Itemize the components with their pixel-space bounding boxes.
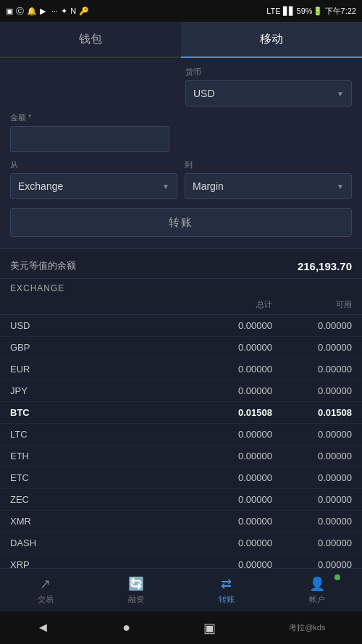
table-body: USD 0.00000 0.00000 GBP 0.00000 0.00000 …	[0, 315, 362, 576]
balance-label: 美元等值的余额	[10, 259, 76, 272]
amount-group: 金额 *	[10, 112, 169, 152]
table-row[interactable]: XMR 0.00000 0.00000	[0, 511, 362, 532]
table-row[interactable]: ETC 0.00000 0.00000	[0, 467, 362, 489]
currency-arrow-icon: ▼	[337, 90, 344, 98]
nav-trade-label: 交易	[38, 594, 54, 605]
cell-name: JPY	[10, 385, 185, 396]
table-row[interactable]: DASH 0.00000 0.00000	[0, 532, 362, 554]
cell-name: XMR	[10, 516, 185, 527]
fund-icon: 🔄	[128, 576, 144, 592]
sys-recent-button[interactable]: ▣	[203, 620, 216, 636]
currency-row: 货币 USD ▼	[10, 67, 352, 106]
to-group: 到 Margin ▼	[185, 159, 352, 199]
from-dropdown[interactable]: Exchange ▼	[10, 173, 177, 199]
signal-bars: ▋▋	[283, 7, 295, 16]
cell-total: 0.00000	[185, 385, 272, 396]
amount-input[interactable]	[10, 126, 169, 152]
cell-name: GBP	[10, 342, 185, 353]
cell-total: 0.00000	[185, 516, 272, 527]
to-dropdown[interactable]: Margin ▼	[185, 173, 352, 199]
col-header-total: 总计	[185, 299, 272, 310]
status-bar: ▣ Ⓒ 🔔 ▶ ··· ✦ N 🔑 LTE ▋▋ 59%🔋 下午7:22	[0, 0, 362, 22]
currency-dropdown[interactable]: USD ▼	[185, 80, 352, 106]
balance-section: 美元等值的余额 216,193.70	[0, 249, 362, 279]
tab-transfer[interactable]: 移动	[181, 22, 362, 58]
table-header: 总计 可用	[0, 295, 362, 315]
icon-square: ▣	[6, 7, 13, 16]
cell-available: 0.00000	[272, 385, 352, 396]
table-row[interactable]: EUR 0.00000 0.00000	[0, 359, 362, 380]
cell-name: ETC	[10, 472, 185, 483]
icon-c: Ⓒ	[16, 6, 24, 17]
cell-available: 0.00000	[272, 364, 352, 375]
nav-transfer-label: 转账	[219, 594, 235, 605]
top-tabs: 钱包 移动	[0, 22, 362, 58]
nav-transfer[interactable]: ⇄ 转账	[181, 569, 272, 611]
table-row[interactable]: JPY 0.00000 0.00000	[0, 380, 362, 402]
currency-label: 货币	[185, 67, 352, 78]
icon-key: 🔑	[79, 7, 89, 16]
transfer-button[interactable]: 转账	[10, 208, 352, 237]
cell-available: 0.00000	[272, 429, 352, 440]
sys-back-button[interactable]: ◄	[37, 620, 50, 635]
nav-fund-label: 融资	[128, 594, 144, 605]
from-to-row: 从 Exchange ▼ 到 Margin ▼	[10, 159, 352, 199]
form-area: 货币 USD ▼ 金额 * 从 Exchange ▼ 到 Margin ▼	[0, 58, 362, 249]
icon-bell: 🔔	[27, 7, 37, 16]
account-icon: 👤	[309, 576, 325, 592]
from-value: Exchange	[18, 180, 63, 192]
cell-available: 0.00000	[272, 342, 352, 353]
cell-total: 0.00000	[185, 451, 272, 461]
currency-value: USD	[193, 88, 215, 99]
from-group: 从 Exchange ▼	[10, 159, 177, 199]
nav-trade[interactable]: ↗ 交易	[0, 569, 90, 611]
tab-wallet[interactable]: 钱包	[0, 22, 181, 58]
cell-total: 0.00000	[185, 342, 272, 353]
table-row[interactable]: ZEC 0.00000 0.00000	[0, 489, 362, 511]
from-label: 从	[10, 159, 177, 170]
sys-home-button[interactable]: ●	[122, 620, 130, 635]
to-arrow-icon: ▼	[337, 183, 344, 191]
to-label: 到	[185, 159, 352, 170]
amount-from-to-row: 金额 *	[10, 112, 352, 152]
cell-name: ZEC	[10, 494, 185, 505]
trade-icon: ↗	[40, 576, 51, 592]
time-display: 下午7:22	[325, 6, 356, 17]
cell-total: 0.00000	[185, 494, 272, 505]
cell-available: 0.00000	[272, 538, 352, 548]
table-row[interactable]: GBP 0.00000 0.00000	[0, 337, 362, 359]
to-value: Margin	[193, 180, 224, 192]
table-row[interactable]: LTC 0.00000 0.00000	[0, 424, 362, 446]
cell-total: 0.00000	[185, 364, 272, 375]
cell-available: 0.00000	[272, 516, 352, 527]
exchange-section-label: EXCHANGE	[0, 279, 362, 295]
icon-nfc: N	[70, 7, 76, 15]
cell-available: 0.00000	[272, 451, 352, 461]
cell-available: 0.00000	[272, 472, 352, 483]
cell-name: EUR	[10, 364, 185, 375]
nav-fund[interactable]: 🔄 融资	[90, 569, 181, 611]
cell-name: USD	[10, 320, 185, 331]
cell-total: 0.00000	[185, 320, 272, 331]
cell-available: 0.00000	[272, 494, 352, 505]
cell-total: 0.01508	[185, 407, 272, 418]
system-nav-bar: ◄ ● ▣ 考拉@kds	[0, 611, 362, 644]
table-row[interactable]: ETH 0.00000 0.00000	[0, 446, 362, 467]
balance-value: 216,193.70	[298, 260, 352, 272]
cell-name: DASH	[10, 538, 185, 548]
status-left-icons: ▣ Ⓒ 🔔 ▶ ··· ✦ N 🔑	[6, 6, 89, 17]
cell-available: 0.00000	[272, 320, 352, 331]
status-right-icons: LTE ▋▋ 59%🔋 下午7:22	[266, 6, 356, 17]
table-row[interactable]: BTC 0.01508 0.01508	[0, 402, 362, 424]
bottom-nav: ↗ 交易 🔄 融资 ⇄ 转账 👤 帐户	[0, 568, 362, 611]
cell-name: ETH	[10, 451, 185, 461]
lte-icon: LTE	[266, 7, 280, 15]
from-arrow-icon: ▼	[162, 183, 169, 191]
table-row[interactable]: USD 0.00000 0.00000	[0, 315, 362, 337]
nav-account[interactable]: 👤 帐户	[272, 569, 362, 611]
amount-label: 金额 *	[10, 112, 169, 123]
table-wrap: EXCHANGE 总计 可用 USD 0.00000 0.00000 GBP 0…	[0, 279, 362, 610]
account-dot	[334, 574, 340, 580]
transfer-icon: ⇄	[221, 576, 232, 592]
cell-name: BTC	[10, 407, 185, 418]
